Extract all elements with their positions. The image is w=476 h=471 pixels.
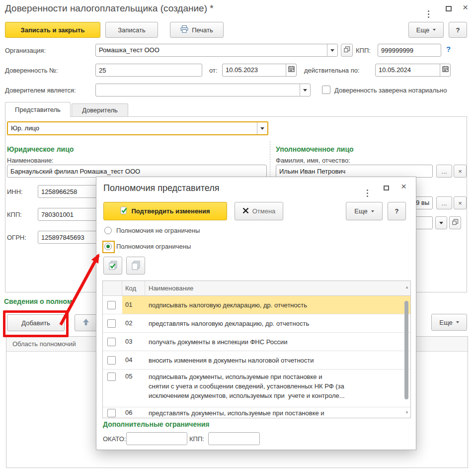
row-name: подписывать налоговую декларацию, др. от… [149, 300, 399, 310]
modal-more-button[interactable]: Еще [346, 202, 383, 220]
org-kpp-field[interactable] [378, 44, 441, 57]
row-code: 04 [125, 356, 132, 364]
modal-menu-icon[interactable] [367, 185, 368, 197]
modal-maximize-icon[interactable] [384, 185, 389, 192]
modal-title: Полномочия представителя [103, 183, 219, 193]
valid-to-label: действительна по: [304, 67, 360, 74]
principal-field[interactable] [95, 84, 311, 96]
org-kpp-label: КПП: [356, 47, 371, 54]
valid-to-calendar-button[interactable] [440, 64, 450, 76]
radio-limited[interactable]: Полномочия ограничены [104, 243, 191, 250]
entity-type-combo[interactable]: Юр. лицо [7, 121, 268, 135]
print-button[interactable]: Печать [170, 22, 224, 38]
fio-clear-button[interactable]: × [454, 165, 467, 178]
save-close-button[interactable]: Записать и закрыть [5, 22, 100, 38]
powers-table-row[interactable]: 06представлять документы, используемые п… [103, 407, 410, 418]
modal-close-icon[interactable]: × [401, 182, 406, 191]
window-close-icon[interactable]: × [463, 2, 468, 12]
okato-label: ОКАТО: [103, 435, 126, 443]
radio-circle[interactable] [104, 243, 112, 250]
authorized-person-header: Уполномоченное лицо [276, 145, 354, 153]
date-from-label: от: [209, 67, 218, 74]
date-from-calendar-button[interactable] [286, 64, 296, 76]
name-label: Наименование: [7, 157, 54, 164]
calendar-icon [288, 64, 295, 76]
row-name: вносить изменения в документы налоговой … [149, 356, 399, 365]
principal-dropdown-button[interactable] [300, 84, 310, 96]
calendar-icon [442, 64, 449, 76]
cancel-button[interactable]: Отмена [235, 202, 283, 220]
window-menu-icon[interactable] [428, 6, 429, 18]
uncheck-all-button[interactable] [126, 257, 145, 275]
tab-principal[interactable]: Доверитель [72, 103, 128, 116]
powers-table-row[interactable]: 02представлять налоговую декларацию, др.… [103, 314, 410, 333]
number-field[interactable] [95, 64, 202, 77]
scroll-up-icon[interactable]: ▲ [405, 285, 409, 289]
printer-icon [180, 25, 188, 34]
row-checkbox[interactable] [107, 356, 116, 365]
scrollbar-thumb[interactable] [404, 301, 408, 399]
org-open-button[interactable] [341, 44, 353, 57]
okato-field[interactable] [126, 432, 187, 445]
more-button[interactable]: Еще [408, 22, 444, 38]
powers-section-header: Сведения о полном [4, 297, 72, 305]
fio-field[interactable] [276, 165, 433, 178]
name-field[interactable] [7, 165, 267, 178]
fio-select-button[interactable]: ... [436, 165, 452, 178]
entity-type-dropdown-button[interactable] [257, 122, 267, 134]
legal-kpp-label: КПП: [7, 211, 22, 218]
legal-entity-header: Юридическое лицо [7, 145, 74, 153]
date-from-field[interactable]: 10.05.2023 [222, 64, 297, 77]
row-checkbox[interactable] [107, 409, 116, 417]
notary-checkbox[interactable] [322, 86, 330, 94]
scroll-down-icon[interactable]: ▼ [405, 410, 409, 415]
add-button[interactable]: Добавить [7, 314, 65, 331]
app-window: Доверенности налогоплательщика (создание… [0, 0, 476, 471]
org-dropdown-button[interactable] [327, 44, 337, 56]
row-checkbox[interactable] [107, 301, 116, 309]
powers-modal: Полномочия представителя × Подтвердить и… [96, 177, 416, 450]
country-dropdown-button[interactable] [435, 216, 447, 229]
powers-table-row[interactable]: 03получать документы в инспекции ФНС Рос… [103, 333, 410, 351]
org-field[interactable]: Ромашка_тест ООО [95, 44, 338, 57]
powers-table-row[interactable]: 04вносить изменения в документы налогово… [103, 351, 410, 370]
check-all-button[interactable] [103, 257, 122, 275]
chevron-down-icon [303, 89, 307, 92]
row-name: получать документы в инспекции ФНС Росси… [149, 337, 399, 347]
row-name: подписывать документы, используемые при … [149, 372, 399, 400]
number-label: Доверенность №: [5, 67, 58, 74]
kpp-hint-icon[interactable]: ? [446, 45, 451, 53]
chevron-down-icon [433, 29, 436, 31]
chevron-down-icon [260, 127, 264, 130]
fio-label: Фамилия, имя, отчество: [276, 157, 350, 164]
country-open-button[interactable] [449, 216, 461, 229]
move-up-button[interactable] [75, 314, 97, 331]
radio-unlimited[interactable]: Полномочия не ограничены [104, 227, 200, 234]
document-select-button[interactable]: ... [436, 196, 452, 209]
window-maximize-icon[interactable] [446, 5, 452, 13]
row-code: 01 [125, 301, 132, 308]
principal-label: Доверителем является: [5, 87, 76, 94]
chevron-down-icon [371, 210, 374, 212]
powers-table-header-row: Код Наименование ▲ [103, 281, 410, 296]
row-code: 02 [125, 319, 132, 327]
confirm-button[interactable]: Подтвердить изменения [103, 202, 227, 220]
save-button[interactable]: Записать [105, 22, 158, 38]
radio-circle[interactable] [104, 227, 112, 234]
powers-table-row[interactable]: 01подписывать налоговую декларацию, др. … [103, 296, 410, 314]
ellipsis-icon: ... [442, 199, 447, 207]
help-button[interactable]: ? [449, 22, 467, 38]
row-checkbox[interactable] [107, 338, 116, 346]
restrictions-header: Дополнительные ограничения [103, 420, 209, 428]
row-checkbox[interactable] [107, 373, 116, 381]
tab-representative[interactable]: Представитель [5, 102, 71, 117]
valid-to-field[interactable]: 10.05.2024 [375, 64, 451, 77]
powers-more-button[interactable]: Еще [431, 314, 467, 331]
powers-table-row[interactable]: 05подписывать документы, используемые пр… [103, 370, 410, 407]
cancel-x-icon [242, 207, 249, 215]
restrictions-kpp-field[interactable] [208, 432, 260, 445]
modal-help-button[interactable]: ? [388, 202, 406, 220]
document-clear-button[interactable]: × [454, 196, 467, 209]
row-checkbox[interactable] [107, 319, 116, 328]
confirm-check-icon [120, 206, 128, 216]
